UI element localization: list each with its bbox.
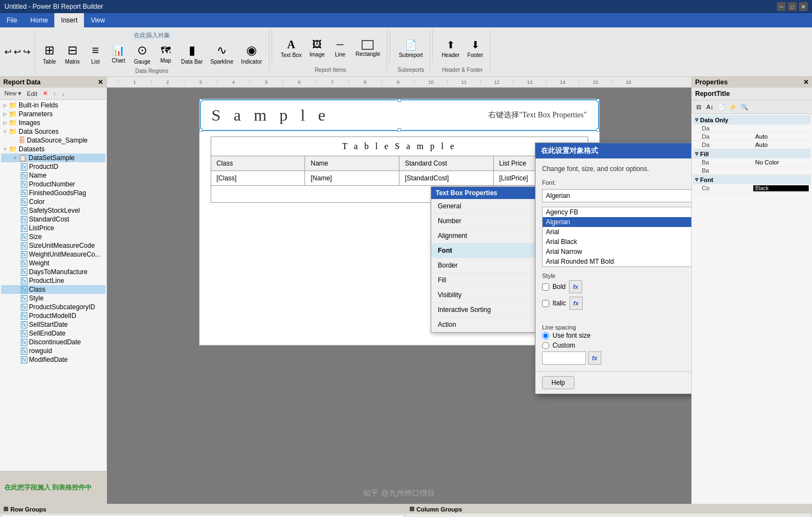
tree-field-finishedgoodsflag[interactable]: fxFinishedGoodsFlag	[1, 189, 105, 197]
font-item-algerian[interactable]: Algerian	[543, 217, 691, 227]
tbp-dialog[interactable]: Text Box Properties General Number Align…	[431, 186, 538, 333]
new-button[interactable]: New ▾	[2, 89, 24, 98]
custom-spacing-input[interactable]	[542, 351, 586, 365]
properties-close-icon[interactable]: ✕	[803, 78, 809, 86]
map-button[interactable]: 🗺 Map	[155, 43, 177, 66]
font-item-agencyfb[interactable]: Agency FB	[543, 207, 691, 217]
resize-bm[interactable]	[398, 128, 401, 132]
footer-button[interactable]: ⬇ Footer	[464, 37, 487, 60]
delete-button[interactable]: ✕	[41, 89, 50, 98]
custom-radio[interactable]	[542, 342, 549, 349]
tree-field-discontinueddate[interactable]: fxDiscontinuedDate	[1, 338, 105, 346]
sparkline-button[interactable]: ∿ Sparkline	[207, 41, 237, 67]
undo2-icon[interactable]: ↩	[14, 47, 21, 57]
tree-datasets[interactable]: ▿ 📁 Datasets	[1, 145, 105, 154]
image-button[interactable]: 🖼 Image	[306, 37, 328, 60]
menu-insert[interactable]: Insert	[54, 13, 84, 27]
tree-field-sizeunitmeasurecode[interactable]: fxSizeUnitMeasureCode	[1, 241, 105, 250]
font-item-arialblack[interactable]: Arial Black	[543, 237, 691, 247]
tree-field-sellenddate[interactable]: fxSellEndDate	[1, 329, 105, 338]
font-item-arialrounded[interactable]: Arial Rounded MT Bold	[543, 257, 691, 266]
chart-button[interactable]: 📊 Chart	[108, 42, 129, 66]
rectangle-button[interactable]: Rectangle	[352, 38, 384, 59]
gauge-button[interactable]: ⊙ Gauge	[131, 41, 154, 67]
undo-icon[interactable]: ↩	[4, 47, 12, 57]
tree-field-rowguid[interactable]: fxrowguid	[1, 346, 105, 355]
tree-field-daystomanufacture[interactable]: fxDaysToManufacture	[1, 268, 105, 276]
tree-datasource-sample[interactable]: 🗄 DataSource_Sample	[1, 136, 105, 145]
up-button[interactable]: ↑	[51, 89, 59, 98]
databar-button[interactable]: ▮ Data Bar	[178, 41, 206, 67]
menu-view[interactable]: View	[84, 13, 111, 27]
tree-images[interactable]: ▷ 📁 Images	[1, 118, 105, 127]
report-data-close-icon[interactable]: ✕	[98, 78, 103, 86]
prop-alphabetical-btn[interactable]: A↕	[704, 101, 715, 112]
prop-section-font[interactable]: ▿ Font	[693, 175, 811, 184]
tree-field-standardcost[interactable]: fxStandardCost	[1, 215, 105, 224]
font-item-arialunicode[interactable]: Arial Unicode MS	[543, 266, 691, 267]
bold-checkbox[interactable]	[542, 283, 549, 291]
tree-field-safetystocklevel[interactable]: fxSafetyStockLevel	[1, 206, 105, 215]
tree-field-sellstartdate[interactable]: fxSellStartDate	[1, 320, 105, 329]
tree-field-size[interactable]: fxSize	[1, 232, 105, 241]
custom-spacing-fx[interactable]: fx	[588, 351, 601, 365]
font-list[interactable]: Agency FB Algerian Arial Arial Black Ari…	[542, 207, 691, 267]
menu-home[interactable]: Home	[24, 13, 54, 27]
tree-field-color[interactable]: fxColor	[1, 197, 105, 206]
font-item-arialnarrow[interactable]: Arial Narrow	[543, 247, 691, 257]
resize-tr[interactable]	[596, 99, 600, 102]
redo-icon[interactable]: ↪	[23, 47, 30, 57]
tree-field-listprice[interactable]: fxListPrice	[1, 224, 105, 232]
header-button[interactable]: ⬆ Header	[438, 37, 463, 60]
prop-section-dataonly[interactable]: ▿ Data Only	[693, 115, 811, 124]
tree-dataset-sample[interactable]: ▿ 📋 DataSetSample	[1, 154, 105, 162]
resize-bl[interactable]	[199, 128, 202, 132]
tbp-interactive-sorting[interactable]: Interactive Sorting	[431, 303, 537, 317]
tree-field-productmodelid[interactable]: fxProductModelID	[1, 311, 105, 320]
prop-categorized-btn[interactable]: ⊟	[693, 101, 704, 112]
italic-fx-button[interactable]: fx	[569, 297, 583, 310]
prop-events-btn[interactable]: ⚡	[728, 101, 738, 112]
prop-search-btn[interactable]: 🔍	[739, 101, 750, 112]
tree-field-productnumber[interactable]: fxProductNumber	[1, 180, 105, 189]
tbp-action[interactable]: Action	[431, 317, 537, 332]
textbox-button[interactable]: A Text Box	[278, 36, 305, 60]
prop-pages-btn[interactable]: 📄	[716, 101, 727, 112]
tree-field-style[interactable]: fxStyle	[1, 294, 105, 303]
resize-tl[interactable]	[199, 99, 202, 102]
prop-section-fill[interactable]: ▿ Fill	[693, 149, 811, 158]
tree-field-class[interactable]: fxClass	[1, 285, 105, 294]
menu-file[interactable]: File	[0, 13, 24, 27]
edit-button[interactable]: Edit	[25, 89, 40, 98]
tree-field-modifieddate[interactable]: fxModifiedDate	[1, 355, 105, 364]
tbp-alignment[interactable]: Alignment	[431, 229, 537, 243]
use-font-size-radio[interactable]	[542, 332, 549, 339]
row-group-class[interactable]: Class ▾	[1, 515, 404, 517]
report-title-textbox[interactable]: S a m p l e 右键选择"Text Box Properties"	[200, 99, 599, 131]
italic-checkbox[interactable]	[542, 300, 549, 307]
maximize-button[interactable]: □	[788, 2, 797, 11]
down-button[interactable]: ↓	[60, 89, 67, 98]
tree-field-name[interactable]: fxName	[1, 171, 105, 180]
resize-br[interactable]	[596, 128, 600, 132]
tree-field-weight[interactable]: fxWeight	[1, 259, 105, 268]
tree-field-productline[interactable]: fxProductLine	[1, 276, 105, 285]
list-button[interactable]: ≡ List	[84, 41, 106, 67]
tbp-general[interactable]: General	[431, 199, 537, 214]
tree-datasources[interactable]: ▿ 📁 Data Sources	[1, 127, 105, 136]
subreport-button[interactable]: 📄 Subreport	[396, 37, 426, 60]
tree-field-weightunitmeasureco[interactable]: fxWeightUnitMeasureCo...	[1, 250, 105, 259]
font-item-arial[interactable]: Arial	[543, 227, 691, 237]
tbp-font[interactable]: Font	[431, 243, 537, 258]
tree-field-productid[interactable]: fxProductID	[1, 162, 105, 171]
tbp-border[interactable]: Border	[431, 258, 537, 273]
minimize-button[interactable]: ─	[777, 2, 786, 11]
help-button[interactable]: Help	[542, 376, 574, 389]
tree-parameters[interactable]: ▷ 📁 Parameters	[1, 110, 105, 118]
tbp-number[interactable]: Number	[431, 214, 537, 229]
tbp-visibility[interactable]: Visibility	[431, 288, 537, 303]
matrix-button[interactable]: ⊟ Matrix	[61, 41, 83, 67]
close-button[interactable]: ✕	[799, 2, 808, 11]
tree-field-productsubcategoryid[interactable]: fxProductSubcategoryID	[1, 303, 105, 311]
resize-tm[interactable]	[398, 99, 401, 102]
